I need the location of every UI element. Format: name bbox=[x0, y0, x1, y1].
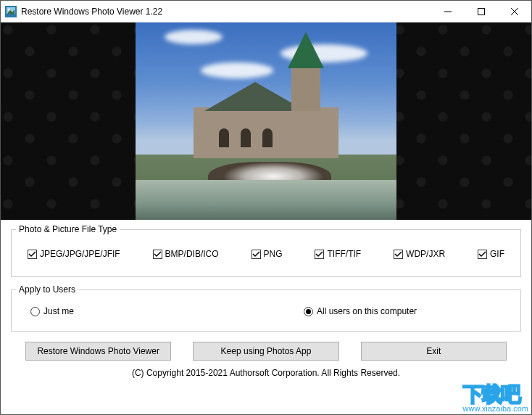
checkmark-icon bbox=[478, 250, 487, 259]
checkmark-icon bbox=[315, 250, 324, 259]
radio-icon bbox=[304, 307, 313, 316]
keep-button[interactable]: Keep using Photos App bbox=[193, 342, 338, 361]
filetype-legend: Photo & Picture File Type bbox=[16, 224, 120, 234]
restore-button[interactable]: Restore Windows Photo Viewer bbox=[25, 342, 171, 361]
watermark-text: 下载吧 bbox=[463, 381, 528, 408]
checkbox-gif[interactable]: GIF bbox=[478, 249, 504, 259]
checkmark-icon bbox=[252, 250, 261, 259]
filetype-group: Photo & Picture File Type JPEG/JPG/JPE/J… bbox=[11, 224, 521, 277]
preview-image-area bbox=[1, 22, 531, 220]
svg-rect-5 bbox=[478, 8, 485, 15]
checkmark-icon bbox=[394, 250, 403, 259]
app-icon bbox=[5, 6, 17, 17]
checkbox-bmp[interactable]: BMP/DIB/ICO bbox=[153, 249, 219, 259]
exit-button[interactable]: Exit bbox=[361, 342, 507, 361]
radio-all-users[interactable]: All users on this computer bbox=[304, 306, 417, 316]
users-legend: Apply to Users bbox=[16, 284, 78, 295]
checkbox-tiff[interactable]: TIFF/TIF bbox=[315, 249, 361, 259]
radio-icon bbox=[30, 307, 40, 316]
radio-just-me[interactable]: Just me bbox=[30, 306, 304, 316]
copyright-text: (C) Copyright 2015-2021 Authorsoft Corpo… bbox=[11, 361, 521, 378]
checkbox-jpeg[interactable]: JPEG/JPG/JPE/JFIF bbox=[28, 249, 120, 259]
close-button[interactable] bbox=[498, 1, 531, 22]
watermark: 下载吧 www.xiazaiba.com bbox=[463, 381, 528, 413]
watermark-url: www.xiazaiba.com bbox=[463, 404, 528, 413]
svg-point-2 bbox=[8, 8, 10, 10]
window-title: Restore Windows Photo Viewer 1.22 bbox=[21, 7, 431, 17]
maximize-button[interactable] bbox=[465, 1, 498, 22]
checkbox-wdp[interactable]: WDP/JXR bbox=[394, 249, 445, 259]
checkbox-png[interactable]: PNG bbox=[252, 249, 283, 259]
checkmark-icon bbox=[28, 250, 37, 259]
users-group: Apply to Users Just me All users on this… bbox=[11, 284, 521, 332]
minimize-button[interactable] bbox=[431, 1, 465, 22]
titlebar: Restore Windows Photo Viewer 1.22 bbox=[1, 1, 531, 22]
sample-photo bbox=[136, 22, 396, 220]
checkmark-icon bbox=[153, 250, 162, 259]
